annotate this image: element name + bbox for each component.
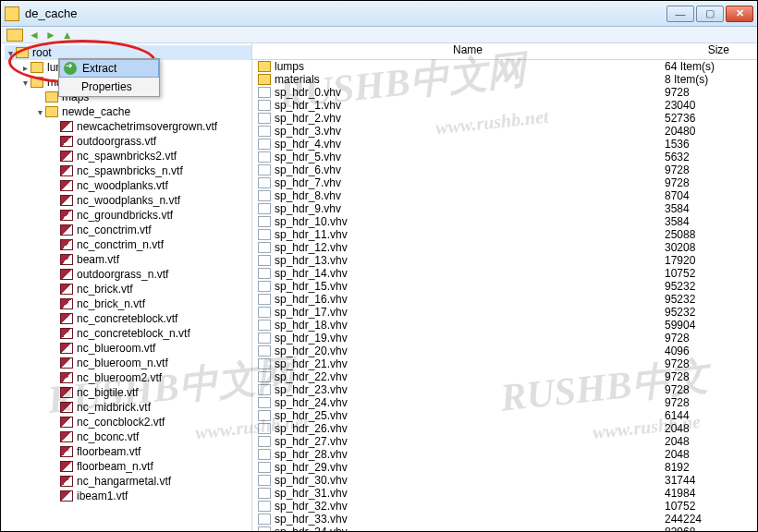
list-row[interactable]: sp_hdr_24.vhv9728	[252, 396, 757, 409]
tree-node[interactable]: floorbeam_n.vtf	[5, 459, 251, 474]
maximize-button[interactable]: ▢	[696, 6, 724, 22]
tree-node[interactable]: nc_spawnbricks2.vtf	[5, 149, 251, 163]
tree-label: nc_conctrim.vtf	[77, 224, 152, 236]
tree-node[interactable]: floorbeam.vtf	[5, 444, 251, 459]
list-row[interactable]: sp_hdr_9.vhv3584	[252, 202, 757, 215]
tree-label: nc_woodplanks.vtf	[77, 179, 168, 192]
back-icon[interactable]: ◄	[29, 29, 40, 42]
fwd-icon[interactable]: ►	[45, 29, 56, 42]
list-row[interactable]: sp_hdr_22.vhv9728	[252, 370, 757, 383]
list-row[interactable]: sp_hdr_14.vhv10752	[252, 267, 757, 280]
file-name: sp_hdr_33.vhv	[275, 513, 665, 526]
list-row[interactable]: sp_hdr_0.vhv9728	[252, 86, 757, 99]
list-row[interactable]: sp_hdr_5.vhv5632	[252, 151, 757, 163]
context-properties[interactable]: Properties	[59, 78, 159, 96]
tree-label: nc_concreteblock.vtf	[77, 312, 177, 325]
list-row[interactable]: sp_hdr_11.vhv25088	[252, 228, 757, 241]
list-row[interactable]: sp_hdr_13.vhv17920	[252, 254, 757, 267]
list-row[interactable]: sp_hdr_7.vhv9728	[252, 176, 757, 189]
tree-node[interactable]: beam.vtf	[5, 252, 251, 267]
tree-node[interactable]: outdoorgrass_n.vtf	[5, 267, 251, 282]
file-name: sp_hdr_18.vhv	[275, 319, 665, 332]
tree-panel[interactable]: ▾root▸lumps▾materialsmaps▾newde_cachenew…	[1, 43, 252, 531]
folder-icon	[45, 106, 58, 117]
list-row[interactable]: sp_hdr_30.vhv31744	[252, 474, 757, 487]
up-icon[interactable]: ▲	[62, 29, 73, 42]
vtf-icon	[60, 461, 73, 472]
tree-node[interactable]: nc_bconc.vtf	[5, 429, 251, 444]
list-row[interactable]: sp_hdr_12.vhv30208	[252, 241, 757, 254]
tree-node[interactable]: nc_midbrick.vtf	[5, 400, 251, 415]
column-name[interactable]: Name	[271, 43, 665, 59]
list-row[interactable]: sp_hdr_21.vhv9728	[252, 357, 757, 370]
vtf-icon	[60, 372, 73, 383]
tree-node[interactable]: nc_concblock2.vtf	[5, 415, 251, 429]
tree-node[interactable]: nc_bigtile.vtf	[5, 385, 251, 400]
tree-node[interactable]: nc_brick.vtf	[5, 282, 251, 296]
tree-node[interactable]: nc_concreteblock.vtf	[5, 311, 251, 326]
file-size: 23040	[665, 99, 757, 112]
list-row[interactable]: sp_hdr_28.vhv2048	[252, 448, 757, 461]
list-row[interactable]: sp_hdr_26.vhv2048	[252, 422, 757, 435]
list-row[interactable]: sp_hdr_16.vhv95232	[252, 293, 757, 306]
toolbar-icon[interactable]	[6, 29, 23, 42]
context-extract[interactable]: Extract	[59, 59, 159, 78]
list-body[interactable]: lumps64 Item(s)materials8 Item(s)sp_hdr_…	[252, 60, 757, 531]
tree-node[interactable]: outdoorgrass.vtf	[5, 134, 251, 149]
list-row[interactable]: sp_hdr_29.vhv8192	[252, 461, 757, 474]
tree-node[interactable]: nc_concreteblock_n.vtf	[5, 326, 251, 341]
minimize-button[interactable]: —	[666, 6, 694, 22]
list-row[interactable]: materials8 Item(s)	[252, 73, 757, 86]
file-name: lumps	[275, 60, 665, 73]
list-row[interactable]: sp_hdr_15.vhv95232	[252, 280, 757, 293]
tree-node[interactable]: nc_blueroom2.vtf	[5, 370, 251, 385]
vtf-icon	[60, 254, 73, 265]
list-row[interactable]: lumps64 Item(s)	[252, 60, 757, 73]
tree-node[interactable]: nc_woodplanks.vtf	[5, 178, 251, 193]
list-row[interactable]: sp_hdr_3.vhv20480	[252, 125, 757, 138]
list-row[interactable]: sp_hdr_23.vhv9728	[252, 383, 757, 396]
list-row[interactable]: sp_hdr_17.vhv95232	[252, 306, 757, 319]
file-size: 6144	[665, 409, 757, 422]
tree-node[interactable]: nc_conctrim_n.vtf	[5, 237, 251, 252]
list-row[interactable]: sp_hdr_4.vhv1536	[252, 138, 757, 151]
vtf-icon	[60, 269, 73, 280]
tree-node[interactable]: nc_spawnbricks_n.vtf	[5, 163, 251, 178]
column-size[interactable]: Size	[665, 43, 757, 59]
list-row[interactable]: sp_hdr_8.vhv8704	[252, 189, 757, 202]
tree-node[interactable]: nc_blueroom.vtf	[5, 341, 251, 356]
list-row[interactable]: sp_hdr_34.vhv83968	[252, 526, 757, 531]
expand-icon[interactable]: ▾	[34, 107, 45, 117]
vtf-icon	[60, 224, 73, 236]
tree-label: nc_blueroom.vtf	[77, 342, 155, 355]
list-row[interactable]: sp_hdr_33.vhv244224	[252, 513, 757, 526]
list-row[interactable]: sp_hdr_6.vhv9728	[252, 163, 757, 176]
tree-node[interactable]: nc_hangarmetal.vtf	[5, 474, 251, 489]
tree-node[interactable]: nc_brick_n.vtf	[5, 296, 251, 311]
list-row[interactable]: sp_hdr_1.vhv23040	[252, 99, 757, 112]
expand-icon[interactable]: ▾	[19, 78, 31, 88]
list-row[interactable]: sp_hdr_20.vhv4096	[252, 345, 757, 357]
tree-node[interactable]: ▾newde_cache	[5, 104, 251, 119]
tree-node[interactable]: nc_groundbricks.vtf	[5, 208, 251, 223]
tree-node[interactable]: newcachetrimsovergrown.vtf	[5, 119, 251, 134]
list-row[interactable]: sp_hdr_31.vhv41984	[252, 487, 757, 500]
tree-node[interactable]: nc_woodplanks_n.vtf	[5, 193, 251, 208]
close-button[interactable]: ✕	[726, 6, 753, 22]
list-row[interactable]: sp_hdr_18.vhv59904	[252, 319, 757, 332]
file-size: 25088	[665, 228, 757, 241]
tree-node[interactable]: ibeam1.vtf	[5, 489, 251, 503]
tree-node[interactable]: nc_conctrim.vtf	[5, 223, 251, 237]
file-size: 9728	[665, 163, 757, 176]
list-row[interactable]: sp_hdr_19.vhv9728	[252, 332, 757, 345]
expand-icon[interactable]: ▾	[5, 48, 16, 58]
list-row[interactable]: sp_hdr_2.vhv52736	[252, 112, 757, 125]
list-row[interactable]: sp_hdr_10.vhv3584	[252, 215, 757, 228]
list-row[interactable]: sp_hdr_27.vhv2048	[252, 435, 757, 448]
list-row[interactable]: sp_hdr_32.vhv10752	[252, 500, 757, 513]
file-size: 8 Item(s)	[665, 73, 757, 86]
list-row[interactable]: sp_hdr_25.vhv6144	[252, 409, 757, 422]
vtf-icon	[60, 121, 73, 132]
expand-icon[interactable]: ▸	[19, 63, 31, 73]
tree-node[interactable]: nc_blueroom_n.vtf	[5, 356, 251, 370]
